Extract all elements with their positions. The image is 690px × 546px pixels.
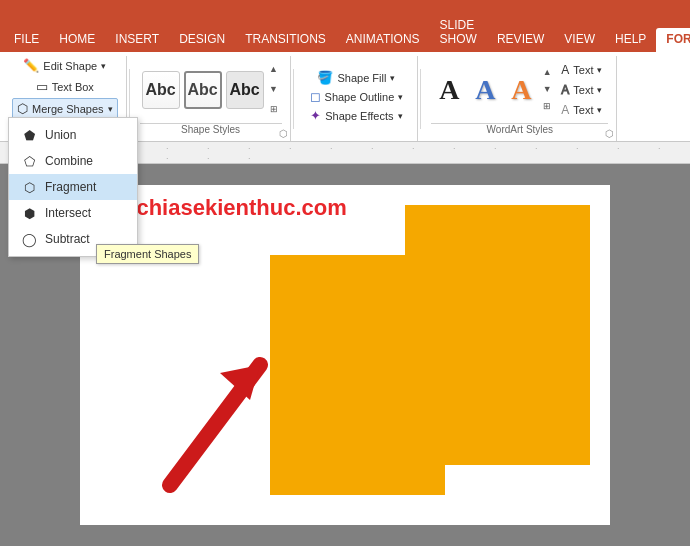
edit-shape-button[interactable]: ✏️ Edit Shape ▾ xyxy=(19,56,110,75)
abc-style-btn-2[interactable]: Abc xyxy=(184,71,222,109)
shape-outline-label: Shape Outline xyxy=(325,91,395,103)
arrow-svg xyxy=(140,345,300,495)
combine-icon: ⬠ xyxy=(21,153,37,169)
tooltip-text: Fragment Shapes xyxy=(104,248,191,260)
tab-transitions[interactable]: TRANSITIONS xyxy=(235,28,336,52)
tab-slideshow[interactable]: SLIDE SHOW xyxy=(430,14,487,52)
text-effects-icon: A xyxy=(561,103,569,117)
shape-effects-label: Shape Effects xyxy=(325,110,393,122)
fragment-item[interactable]: ⬡ Fragment xyxy=(9,174,137,200)
merge-shapes-dropdown: ⬟ Union ⬠ Combine ⬡ Fragment ⬢ Intersect… xyxy=(8,117,138,257)
title-bar xyxy=(0,0,690,22)
dropdown-arrow-icon: ▾ xyxy=(108,104,113,114)
tab-format[interactable]: FORMAT xyxy=(656,28,690,52)
wordart-dialog-icon[interactable]: ⬡ xyxy=(605,128,614,139)
fill-icon: 🪣 xyxy=(317,70,333,85)
text-fill-chevron: ▾ xyxy=(597,65,602,75)
wordart-blue-btn[interactable]: A xyxy=(467,71,503,109)
text-fill-icon: A xyxy=(561,63,569,77)
text-fill-label: Text xyxy=(573,64,593,76)
merge-shapes-label: Merge Shapes xyxy=(32,103,104,115)
up-arrow-icon: ▲ xyxy=(269,65,278,74)
wordart-orange-btn[interactable]: A xyxy=(503,71,539,109)
edit-shape-label: Edit Shape xyxy=(43,60,97,72)
combine-item[interactable]: ⬠ Combine xyxy=(9,148,137,174)
union-item[interactable]: ⬟ Union xyxy=(9,122,137,148)
subtract-label: Subtract xyxy=(45,232,90,246)
wordart-more-icon: ⊞ xyxy=(543,102,551,111)
down-arrow-icon: ▼ xyxy=(269,85,278,94)
effects-chevron-icon: ▾ xyxy=(398,111,403,121)
text-fill-button[interactable]: A Text ▾ xyxy=(555,61,608,79)
intersect-icon: ⬢ xyxy=(21,205,37,221)
divider-3 xyxy=(420,69,421,129)
text-outline-icon: A xyxy=(561,83,569,97)
text-box-icon: ▭ xyxy=(36,79,48,94)
text-effects-button[interactable]: A Text ▾ xyxy=(555,101,608,119)
chevron-icon: ▾ xyxy=(101,61,106,71)
union-label: Union xyxy=(45,128,76,142)
text-outline-button[interactable]: A Text ▾ xyxy=(555,81,608,99)
shape-styles-expand[interactable]: ▲ ▼ ⊞ xyxy=(266,60,282,120)
intersect-item[interactable]: ⬢ Intersect xyxy=(9,200,137,226)
yellow-rect-2[interactable] xyxy=(405,205,590,465)
expand-more-icon: ⊞ xyxy=(270,105,278,114)
merge-shapes-icon: ⬡ xyxy=(17,101,28,116)
combine-label: Combine xyxy=(45,154,93,168)
text-box-button[interactable]: ▭ Text Box xyxy=(32,77,98,96)
edit-shape-icon: ✏️ xyxy=(23,58,39,73)
tab-design[interactable]: DESIGN xyxy=(169,28,235,52)
wordart-up-icon: ▲ xyxy=(543,68,552,77)
abc-styles-row: Abc Abc Abc xyxy=(140,69,266,111)
fragment-label: Fragment xyxy=(45,180,96,194)
text-options-group: A Text ▾ A Text ▾ A Text ▾ xyxy=(555,61,608,119)
shape-styles-label: Shape Styles xyxy=(140,123,282,137)
tab-help[interactable]: HELP xyxy=(605,28,656,52)
shape-effects-button[interactable]: ✦ Shape Effects ▾ xyxy=(304,106,408,125)
outline-chevron-icon: ▾ xyxy=(398,92,403,102)
red-arrow xyxy=(140,345,280,475)
outline-icon: ◻ xyxy=(310,89,321,104)
fragment-tooltip: Fragment Shapes xyxy=(96,244,199,264)
abc-style-btn-1[interactable]: Abc xyxy=(142,71,180,109)
tab-view[interactable]: VIEW xyxy=(554,28,605,52)
group-wordart: A A A ▲ ▼ ⊞ A Text ▾ A Text xyxy=(423,56,617,141)
fragment-icon: ⬡ xyxy=(21,179,37,195)
text-effects-chevron: ▾ xyxy=(597,105,602,115)
group-shape-styles: Abc Abc Abc ▲ ▼ ⊞ Shape Styles ⬡ xyxy=(132,56,291,141)
tab-home[interactable]: HOME xyxy=(49,28,105,52)
wordart-plain-btn[interactable]: A xyxy=(431,71,467,109)
wordart-scroll: A A A ▲ ▼ ⊞ xyxy=(431,65,555,115)
ribbon: ✏️ Edit Shape ▾ ▭ Text Box ⬡ Merge Shape… xyxy=(0,52,690,142)
ribbon-tabs: FILE HOME INSERT DESIGN TRANSITIONS ANIM… xyxy=(0,22,690,52)
slide-canvas: blogchiasekienthuc.com xyxy=(80,185,610,525)
text-box-label: Text Box xyxy=(52,81,94,93)
group-shape-options: 🪣 Shape Fill ▾ ◻ Shape Outline ▾ ✦ Shape… xyxy=(296,56,419,141)
effects-icon: ✦ xyxy=(310,108,321,123)
abc-style-btn-3[interactable]: Abc xyxy=(226,71,264,109)
intersect-label: Intersect xyxy=(45,206,91,220)
subtract-icon: ◯ xyxy=(21,231,37,247)
tab-insert[interactable]: INSERT xyxy=(105,28,169,52)
wordart-styles-label: WordArt Styles xyxy=(431,123,608,137)
text-effects-label: Text xyxy=(573,104,593,116)
shape-outline-button[interactable]: ◻ Shape Outline ▾ xyxy=(304,87,410,106)
shape-fill-label: Shape Fill xyxy=(337,72,386,84)
divider-2 xyxy=(293,69,294,129)
shape-fill-button[interactable]: 🪣 Shape Fill ▾ xyxy=(311,68,401,87)
fill-chevron-icon: ▾ xyxy=(390,73,395,83)
union-icon: ⬟ xyxy=(21,127,37,143)
tab-file[interactable]: FILE xyxy=(4,28,49,52)
text-outline-chevron: ▾ xyxy=(597,85,602,95)
shape-styles-dialog-icon[interactable]: ⬡ xyxy=(279,128,288,139)
tab-animations[interactable]: ANIMATIONS xyxy=(336,28,430,52)
text-outline-label: Text xyxy=(573,84,593,96)
merge-shapes-button[interactable]: ⬡ Merge Shapes ▾ xyxy=(12,98,118,119)
wordart-down-icon: ▼ xyxy=(543,85,552,94)
wordart-expand[interactable]: ▲ ▼ ⊞ xyxy=(539,65,555,115)
tab-review[interactable]: REVIEW xyxy=(487,28,554,52)
